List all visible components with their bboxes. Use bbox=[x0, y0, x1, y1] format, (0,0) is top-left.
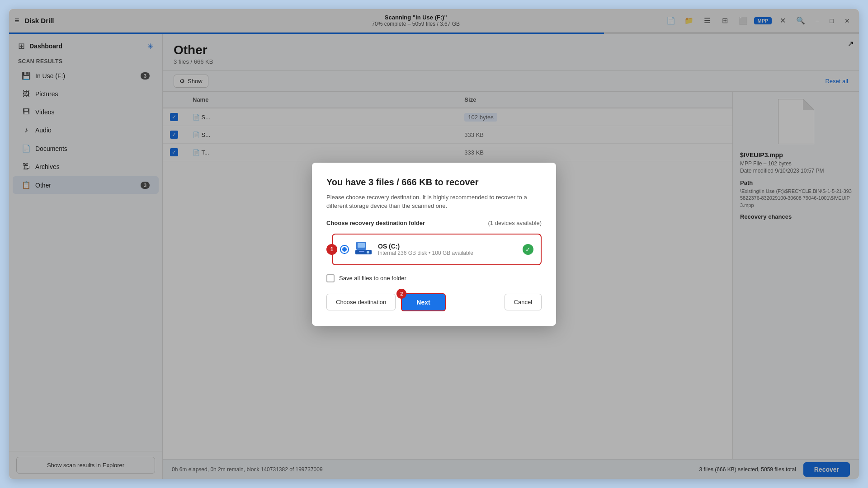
device-item-c[interactable]: OS (C:) Internal 236 GB disk • 100 GB av… bbox=[333, 235, 541, 264]
svg-point-5 bbox=[367, 251, 369, 253]
step2-badge: 2 bbox=[396, 289, 406, 299]
device-list: OS (C:) Internal 236 GB disk • 100 GB av… bbox=[332, 234, 542, 265]
device-desc: Internal 236 GB disk • 100 GB available bbox=[378, 250, 517, 256]
svg-rect-3 bbox=[358, 243, 365, 248]
modal-title: You have 3 files / 666 KB to recover bbox=[326, 177, 542, 188]
next-btn-wrap: 2 Next bbox=[401, 293, 445, 311]
app-window: ≡ Disk Drill Scanning "In Use (F:)" 70% … bbox=[9, 9, 859, 479]
device-radio bbox=[340, 245, 349, 254]
save-one-folder-label: Save all files to one folder bbox=[339, 275, 406, 282]
save-one-folder-checkbox[interactable] bbox=[326, 274, 335, 282]
modal-devices-count: (1 devices available) bbox=[488, 220, 542, 226]
cancel-btn[interactable]: Cancel bbox=[505, 294, 542, 310]
next-btn[interactable]: Next bbox=[401, 293, 445, 311]
choose-dest-btn[interactable]: Choose destination bbox=[326, 294, 396, 310]
recovery-modal: You have 3 files / 666 KB to recover Ple… bbox=[312, 163, 556, 326]
step1-badge: 1 bbox=[326, 244, 337, 255]
device-name: OS (C:) bbox=[378, 243, 517, 250]
device-check-icon: ✓ bbox=[523, 244, 533, 255]
device-icon bbox=[354, 241, 373, 258]
checkbox-row: Save all files to one folder bbox=[326, 274, 542, 282]
device-list-wrap: 1 bbox=[332, 234, 542, 265]
device-radio-inner bbox=[342, 247, 347, 252]
modal-section-label: Choose recovery destination folder bbox=[326, 220, 425, 226]
modal-actions: Choose destination 2 Next Cancel bbox=[326, 293, 542, 311]
device-info: OS (C:) Internal 236 GB disk • 100 GB av… bbox=[378, 243, 517, 256]
svg-rect-6 bbox=[359, 251, 364, 252]
modal-overlay: You have 3 files / 666 KB to recover Ple… bbox=[9, 9, 859, 479]
modal-desc: Please choose recovery destination. It i… bbox=[326, 193, 542, 211]
